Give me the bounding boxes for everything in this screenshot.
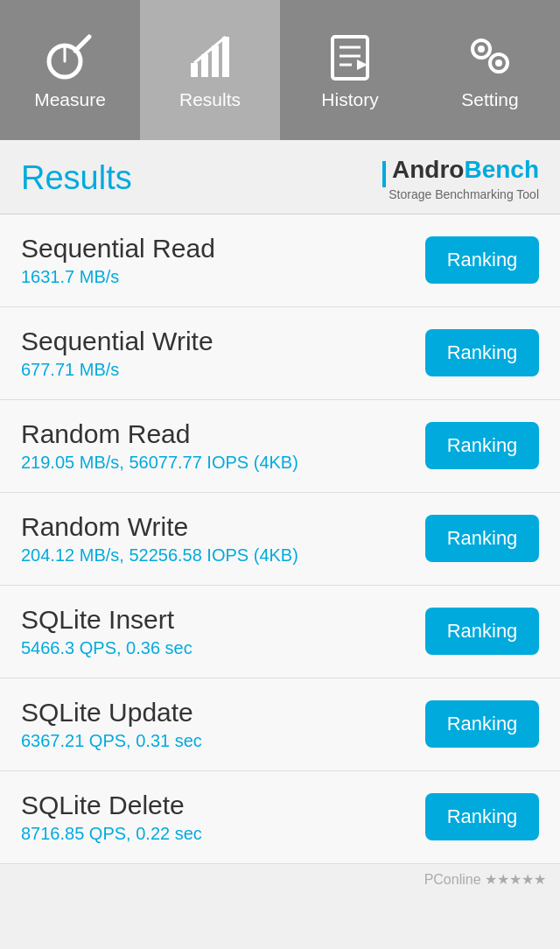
result-value: 677.71 MB/s bbox=[21, 360, 425, 380]
svg-rect-3 bbox=[191, 63, 198, 77]
svg-rect-5 bbox=[212, 46, 219, 77]
result-value: 204.12 MB/s, 52256.58 IOPS (4KB) bbox=[21, 545, 425, 566]
svg-point-13 bbox=[478, 46, 485, 53]
result-name: Sequential Read bbox=[21, 234, 425, 264]
results-list: Sequential Read1631.7 MB/sRankingSequent… bbox=[0, 214, 560, 864]
result-info: Random Read219.05 MB/s, 56077.77 IOPS (4… bbox=[21, 419, 425, 473]
result-item: Random Write204.12 MB/s, 52256.58 IOPS (… bbox=[0, 493, 560, 586]
tab-measure[interactable]: Measure bbox=[0, 0, 140, 140]
watermark: PConline ★★★★★ bbox=[424, 871, 546, 888]
ranking-button[interactable]: Ranking bbox=[425, 515, 539, 562]
tab-history[interactable]: History bbox=[280, 0, 420, 140]
ranking-button[interactable]: Ranking bbox=[425, 608, 539, 655]
logo-subtitle: Storage Benchmarking Tool bbox=[388, 187, 539, 201]
result-name: SQLite Insert bbox=[21, 605, 425, 635]
tab-setting-label: Setting bbox=[461, 89, 518, 110]
logo-andro: Andro bbox=[392, 156, 464, 183]
result-item: SQLite Insert5466.3 QPS, 0.36 secRanking bbox=[0, 586, 560, 678]
result-value: 8716.85 QPS, 0.22 sec bbox=[21, 824, 425, 844]
tab-setting[interactable]: Setting bbox=[420, 0, 560, 140]
result-info: SQLite Update6367.21 QPS, 0.31 sec bbox=[21, 698, 425, 751]
ranking-button[interactable]: Ranking bbox=[425, 329, 539, 376]
result-name: SQLite Delete bbox=[21, 791, 425, 820]
ranking-button[interactable]: Ranking bbox=[425, 700, 539, 748]
tab-results-label: Results bbox=[179, 89, 241, 110]
result-info: SQLite Delete8716.85 QPS, 0.22 sec bbox=[21, 791, 425, 844]
ranking-button[interactable]: Ranking bbox=[425, 236, 539, 284]
result-item: SQLite Update6367.21 QPS, 0.31 secRankin… bbox=[0, 678, 560, 771]
result-value: 5466.3 QPS, 0.36 sec bbox=[21, 638, 425, 658]
result-info: Sequential Read1631.7 MB/s bbox=[21, 234, 425, 287]
result-item: Sequential Read1631.7 MB/sRanking bbox=[0, 214, 560, 307]
logo-bench: Bench bbox=[464, 156, 539, 183]
tab-bar: Measure Results History Setting bbox=[0, 0, 560, 140]
result-item: SQLite Delete8716.85 QPS, 0.22 secRankin… bbox=[0, 771, 560, 864]
result-value: 6367.21 QPS, 0.31 sec bbox=[21, 731, 425, 751]
footer: PConline ★★★★★ bbox=[0, 864, 560, 895]
result-item: Sequential Write677.71 MB/sRanking bbox=[0, 307, 560, 400]
page-header: Results AndroBench Storage Benchmarking … bbox=[0, 140, 560, 214]
svg-rect-7 bbox=[332, 37, 368, 79]
result-item: Random Read219.05 MB/s, 56077.77 IOPS (4… bbox=[0, 400, 560, 493]
result-info: Sequential Write677.71 MB/s bbox=[21, 327, 425, 380]
logo: AndroBench Storage Benchmarking Tool bbox=[382, 156, 539, 201]
svg-point-15 bbox=[495, 60, 502, 67]
svg-line-1 bbox=[75, 37, 89, 51]
tab-measure-label: Measure bbox=[34, 89, 106, 110]
result-info: Random Write204.12 MB/s, 52256.58 IOPS (… bbox=[21, 512, 425, 566]
ranking-button[interactable]: Ranking bbox=[425, 793, 539, 840]
result-name: Random Read bbox=[21, 419, 425, 449]
result-value: 1631.7 MB/s bbox=[21, 267, 425, 287]
result-name: Random Write bbox=[21, 512, 425, 542]
logo-text: AndroBench bbox=[382, 156, 539, 187]
result-name: SQLite Update bbox=[21, 698, 425, 728]
result-value: 219.05 MB/s, 56077.77 IOPS (4KB) bbox=[21, 453, 425, 473]
ranking-button[interactable]: Ranking bbox=[425, 422, 539, 469]
page-title: Results bbox=[21, 159, 132, 197]
svg-rect-6 bbox=[222, 37, 229, 77]
tab-history-label: History bbox=[321, 89, 378, 110]
result-info: SQLite Insert5466.3 QPS, 0.36 sec bbox=[21, 605, 425, 658]
tab-results[interactable]: Results bbox=[140, 0, 280, 140]
result-name: Sequential Write bbox=[21, 327, 425, 356]
